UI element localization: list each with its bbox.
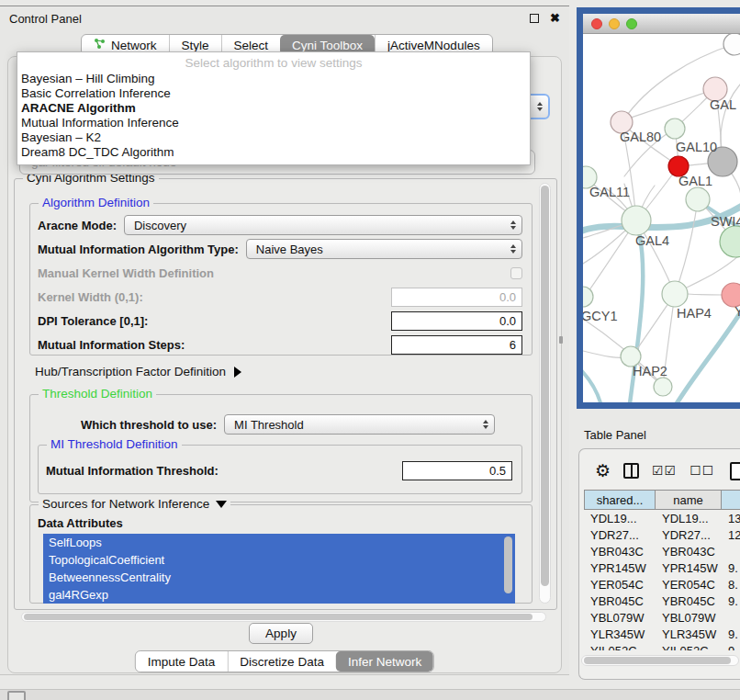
- document-icon[interactable]: [730, 462, 740, 480]
- column-header-shared[interactable]: shared...: [584, 490, 656, 510]
- network-view-window: GALGAL80GAL10GAL1GAL11SWI4GAL4GCY1HAP4YH…: [577, 7, 740, 409]
- node-hap4[interactable]: [662, 281, 688, 307]
- node-gcy1[interactable]: [583, 287, 593, 307]
- algorithm-placeholder: Select algorithm to view settings: [17, 55, 530, 72]
- table-row[interactable]: YBL079WYBL079W: [584, 609, 740, 626]
- column-header-2[interactable]: [722, 490, 740, 510]
- table-cell: YPR145W: [656, 561, 722, 575]
- table-cell: YDR27...: [656, 528, 722, 542]
- table-cell: 8.: [722, 578, 740, 592]
- node-bottom[interactable]: [654, 378, 672, 396]
- attribute-topologicalcoefficient[interactable]: TopologicalCoefficient: [43, 551, 515, 569]
- table-cell: YDL19...: [656, 512, 722, 525]
- mi-algorithm-type-label: Mutual Information Algorithm Type:: [38, 243, 239, 256]
- checked-columns-icon[interactable]: ☑☑: [652, 463, 677, 478]
- network-edge[interactable]: [688, 294, 722, 295]
- node-label-hap2: HAP2: [633, 364, 667, 378]
- aracne-mode-value: Discovery: [134, 219, 186, 232]
- apply-button[interactable]: Apply: [249, 623, 313, 644]
- settings-horizontal-scrollbar[interactable]: [21, 612, 546, 622]
- algorithm-option-mutual-information-inference[interactable]: Mutual Information Inference: [17, 116, 530, 130]
- algorithm-option-bayesian-k2[interactable]: Bayesian – K2: [17, 130, 530, 145]
- table-row[interactable]: YER054CYER054C8.: [584, 576, 740, 593]
- table-panel-title: Table Panel: [584, 428, 646, 442]
- dpi-tolerance-field[interactable]: 0.0: [391, 311, 522, 331]
- hub-transcription-factor-toggle[interactable]: Hub/Transcription Factor Definition: [35, 365, 241, 378]
- table-horizontal-scrollbar[interactable]: [581, 655, 739, 666]
- algorithm-option-bayesian-hill-climbing[interactable]: Bayesian – Hill Climbing: [17, 72, 530, 86]
- network-edge[interactable]: [675, 200, 698, 294]
- table-row[interactable]: YPR145WYPR145W9.: [584, 559, 740, 576]
- column-header-name[interactable]: name: [656, 490, 722, 510]
- float-window-icon[interactable]: [530, 14, 539, 23]
- collapsed-panel-button[interactable]: [7, 691, 26, 700]
- aracne-mode-combo[interactable]: Discovery: [124, 215, 522, 235]
- bottom-tab-discretize-data[interactable]: Discretize Data: [227, 651, 336, 672]
- node-label-gal80: GAL80: [620, 130, 661, 144]
- attribute-selfloops[interactable]: SelfLoops: [43, 534, 515, 551]
- table-cell: YPR145W: [584, 561, 656, 575]
- mi-threshold-field[interactable]: 0.5: [402, 461, 512, 480]
- threshold-definition-group: Threshold Definition Which threshold to …: [29, 394, 533, 502]
- node-label-gcy1: GCY1: [583, 309, 618, 323]
- table-cell: YDL19...: [584, 512, 656, 525]
- node-swi4[interactable]: [720, 226, 740, 257]
- which-threshold-combo[interactable]: MI Threshold: [224, 414, 495, 435]
- hub-transcription-factor-label: Hub/Transcription Factor Definition: [35, 365, 226, 378]
- mi-steps-field[interactable]: 6: [391, 335, 522, 355]
- table-cell: YBL079W: [656, 611, 722, 625]
- table-row[interactable]: YDL19...YDL19...13: [584, 510, 740, 526]
- split-columns-icon[interactable]: [623, 463, 639, 479]
- mi-algorithm-type-combo[interactable]: Naive Bayes: [246, 239, 522, 259]
- kernel-width-label: Kernel Width (0,1):: [38, 290, 143, 304]
- node-gal1-grn[interactable]: [686, 187, 710, 211]
- bottom-tab-infer-network[interactable]: Infer Network: [336, 651, 433, 672]
- sources-group: Sources for Network Inference Data Attri…: [29, 504, 533, 604]
- table-row[interactable]: YIL052CYIL052C9: [584, 642, 740, 650]
- mi-steps-label: Mutual Information Steps:: [38, 338, 185, 352]
- sources-toggle[interactable]: Sources for Network Inference: [39, 497, 230, 511]
- settings-vertical-scrollbar[interactable]: [539, 183, 551, 604]
- settings-horizontal-scrollbar-thumb[interactable]: [24, 614, 533, 620]
- table-row[interactable]: YLR345WYLR345W9.: [584, 626, 740, 642]
- stepper-arrows-icon: [483, 415, 488, 434]
- node-gal10[interactable]: [665, 119, 685, 139]
- network-edge[interactable]: [625, 89, 715, 119]
- algorithm-option-basic-correlation-inference[interactable]: Basic Correlation Inference: [17, 86, 530, 101]
- node-label-gal1: GAL1: [678, 174, 712, 188]
- table-header-row: shared...name: [584, 490, 740, 510]
- unchecked-columns-icon[interactable]: ☐☐: [690, 463, 714, 478]
- algorithm-option-aracne-algorithm[interactable]: ARACNE Algorithm: [17, 101, 530, 116]
- close-traffic-light-icon[interactable]: [591, 18, 602, 29]
- algorithm-option-dream8-dc-tdc-algorithm[interactable]: Dream8 DC_TDC Algorithm: [17, 145, 530, 160]
- table-row[interactable]: YBR043CYBR043C: [584, 543, 740, 559]
- zoom-traffic-light-icon[interactable]: [626, 18, 637, 29]
- network-edge[interactable]: [583, 365, 601, 402]
- settings-vertical-scrollbar-thumb[interactable]: [541, 186, 549, 586]
- panel-divider-handle[interactable]: [559, 336, 563, 344]
- which-threshold-label: Which threshold to use:: [81, 418, 217, 432]
- node-gal4[interactable]: [622, 206, 651, 235]
- gear-icon[interactable]: ⚙: [595, 462, 611, 480]
- table-row[interactable]: YDR27...YDR27...12: [584, 526, 740, 543]
- close-icon[interactable]: ✖: [550, 11, 560, 25]
- data-attributes-label: Data Attributes: [38, 516, 123, 530]
- attributes-scrollbar-thumb[interactable]: [504, 536, 512, 593]
- kernel-width-field[interactable]: 0.0: [391, 288, 522, 307]
- bottom-tab-impute-data[interactable]: Impute Data: [136, 651, 228, 672]
- network-window-titlebar[interactable]: [583, 14, 740, 34]
- table-row[interactable]: YBR045CYBR045C9.: [584, 593, 740, 609]
- node-label-swi4: SWI4: [711, 214, 740, 229]
- manual-kernel-width-checkbox[interactable]: [510, 267, 522, 279]
- attribute-gal4rgexp[interactable]: gal4RGexp: [43, 586, 515, 604]
- attribute-betweennesscentrality[interactable]: BetweennessCentrality: [43, 569, 515, 586]
- node-label-hap4: HAP4: [677, 306, 712, 321]
- dpi-tolerance-label: DPI Tolerance [0,1]:: [38, 314, 148, 328]
- table-horizontal-scrollbar-thumb[interactable]: [584, 657, 731, 664]
- network-canvas[interactable]: GALGAL80GAL10GAL1GAL11SWI4GAL4GCY1HAP4YH…: [583, 34, 740, 402]
- table-cell: 13: [722, 512, 740, 525]
- stepper-arrows-icon: [510, 216, 516, 234]
- node-top[interactable]: [723, 34, 740, 55]
- expanded-arrow-icon: [216, 501, 227, 508]
- minimize-traffic-light-icon[interactable]: [609, 18, 620, 29]
